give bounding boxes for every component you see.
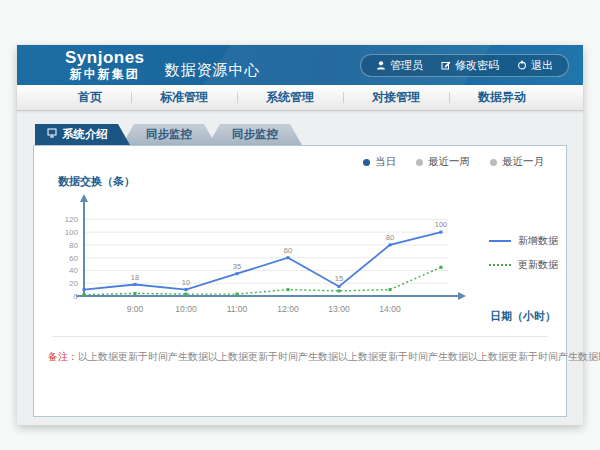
svg-text:10:00: 10:00: [175, 304, 197, 314]
footnote-prefix: 备注：: [48, 351, 78, 362]
line-chart: 0204060801001209:0010:0011:0012:0013:001…: [48, 192, 518, 324]
tab-sync-monitor-1-label: 同步监控: [146, 124, 192, 145]
radio-last-week-dot: [416, 159, 423, 166]
page-title: 数据资源中心: [165, 61, 261, 80]
radio-last-week-label: 最近一周: [428, 155, 470, 169]
radio-today-dot: [363, 159, 370, 166]
nav-item-standard[interactable]: 标准管理: [131, 89, 237, 106]
svg-text:80: 80: [386, 233, 394, 242]
tab-sync-monitor-2[interactable]: 同步监控: [208, 124, 302, 145]
brand-logo-en: Synjones: [65, 48, 145, 68]
user-menu-admin[interactable]: 管理员: [367, 58, 432, 73]
user-menu-change-password-label: 修改密码: [455, 58, 499, 73]
svg-text:100: 100: [65, 228, 79, 237]
user-menu-change-password[interactable]: 修改密码: [432, 58, 508, 73]
tab-sync-monitor-2-label: 同步监控: [232, 124, 278, 145]
x-axis-title: 日期（小时）: [490, 309, 556, 324]
footnote-text: 以上数据更新于时间产生数据以上数据更新于时间产生数据以上数据更新于时间产生数据以…: [78, 351, 600, 362]
nav-item-docking[interactable]: 对接管理: [343, 89, 449, 106]
svg-text:10: 10: [182, 278, 190, 287]
tab-sync-monitor-1[interactable]: 同步监控: [122, 124, 216, 145]
nav-item-home[interactable]: 首页: [49, 89, 131, 106]
footnote: 备注：以上数据更新于时间产生数据以上数据更新于时间产生数据以上数据更新于时间产生…: [48, 350, 552, 364]
nav-item-data-change[interactable]: 数据异动: [449, 89, 555, 106]
radio-last-month[interactable]: 最近一月: [490, 155, 544, 169]
svg-text:18: 18: [131, 273, 139, 282]
content-area: 系统介绍 同步监控 同步监控 当日 最近一周: [17, 111, 583, 417]
user-menu-logout[interactable]: 退出: [508, 58, 562, 73]
edit-icon: [441, 60, 451, 70]
brand-logo-cn: 新中新集团: [65, 68, 145, 82]
document-icon: [47, 124, 57, 145]
legend-new-data: 新增数据: [489, 234, 558, 248]
tab-bar: 系统介绍 同步监控 同步监控: [35, 124, 567, 145]
svg-text:40: 40: [69, 266, 78, 275]
legend-updated-data: 更新数据: [489, 258, 558, 272]
legend-line-dotted-icon: [489, 264, 511, 266]
header: Synjones 新中新集团 数据资源中心 管理员 修改密码 退出: [17, 45, 583, 85]
user-icon: [376, 60, 386, 70]
radio-today-label: 当日: [375, 155, 396, 169]
chart-legend: 新增数据 更新数据: [489, 234, 558, 282]
svg-text:20: 20: [69, 279, 78, 288]
svg-text:13:00: 13:00: [328, 304, 350, 314]
svg-text:11:00: 11:00: [227, 304, 248, 314]
svg-text:120: 120: [65, 215, 79, 224]
nav-item-system[interactable]: 系统管理: [237, 89, 343, 106]
app-window: Synjones 新中新集团 数据资源中心 管理员 修改密码 退出: [17, 45, 583, 425]
svg-text:14:00: 14:00: [379, 304, 401, 314]
radio-last-month-dot: [490, 159, 497, 166]
brand-logo: Synjones 新中新集团: [65, 48, 145, 81]
radio-today[interactable]: 当日: [363, 155, 396, 169]
legend-updated-data-label: 更新数据: [518, 258, 558, 272]
svg-text:80: 80: [69, 241, 78, 250]
svg-text:15: 15: [335, 274, 343, 283]
svg-text:9:00: 9:00: [127, 304, 144, 314]
svg-text:60: 60: [69, 254, 78, 263]
chart-card: 当日 最近一周 最近一月 数据交换（条） 0204060801001209:00…: [33, 145, 567, 417]
svg-text:60: 60: [284, 246, 292, 255]
power-icon: [517, 60, 527, 70]
user-menu: 管理员 修改密码 退出: [360, 54, 569, 77]
legend-line-solid-icon: [489, 240, 511, 242]
card-divider: [52, 336, 548, 337]
user-menu-admin-label: 管理员: [390, 58, 423, 73]
user-menu-logout-label: 退出: [531, 58, 553, 73]
date-range-filter: 当日 最近一周 最近一月: [363, 155, 544, 169]
svg-text:35: 35: [233, 262, 241, 271]
legend-new-data-label: 新增数据: [518, 234, 558, 248]
tab-system-intro-label: 系统介绍: [62, 124, 108, 145]
svg-text:100: 100: [435, 220, 448, 229]
tab-system-intro[interactable]: 系统介绍: [35, 124, 130, 145]
radio-last-week[interactable]: 最近一周: [416, 155, 470, 169]
radio-last-month-label: 最近一月: [502, 155, 544, 169]
svg-text:12:00: 12:00: [277, 304, 299, 314]
main-nav: 首页 标准管理 系统管理 对接管理 数据异动: [17, 85, 583, 111]
